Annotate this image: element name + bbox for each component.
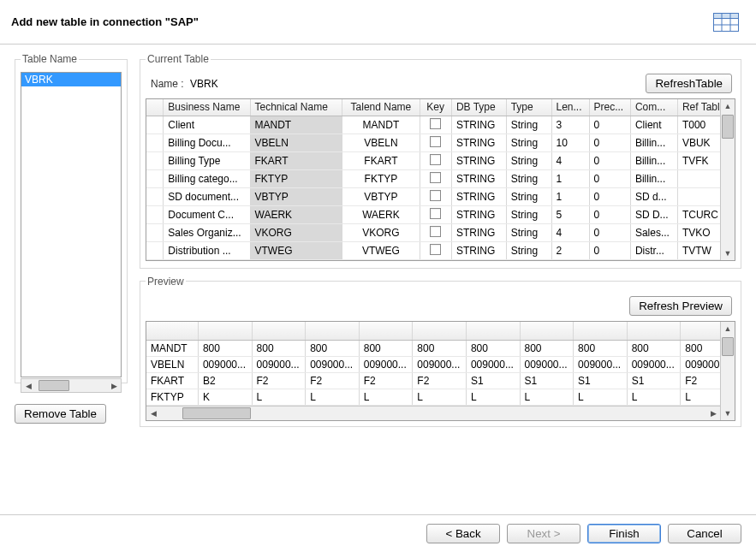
cell-length[interactable]: 3 [551,116,589,134]
table-name-item[interactable]: VBRK [21,73,121,86]
table-row[interactable]: MANDT800800800800800800800800800800 [146,341,735,357]
checkbox-icon[interactable] [430,172,441,183]
cell-comment[interactable]: SD D... [630,205,677,223]
col-precision[interactable]: Prec... [589,99,630,116]
cell-db-type[interactable]: STRING [451,151,506,169]
cell-db-type[interactable]: STRING [451,205,506,223]
cell-length[interactable]: 5 [551,205,589,223]
cell-key[interactable] [420,134,451,151]
cell-precision[interactable]: 0 [589,169,630,187]
table-row[interactable]: VBELN009000...009000...009000...009000..… [146,357,735,373]
cell-technical-name[interactable]: MANDT [250,116,342,134]
horizontal-scrollbar[interactable]: ◀ ▶ [146,406,720,420]
preview-cell[interactable]: F2 [306,373,360,389]
scroll-down-arrow[interactable]: ▼ [724,246,732,260]
vertical-scrollbar[interactable]: ▲ ▼ [720,99,735,260]
cell-talend-name[interactable]: VKORG [342,223,420,241]
table-row[interactable]: Billing catego...FKTYPFKTYPSTRINGString1… [146,169,735,187]
table-row[interactable]: FKARTB2F2F2F2F2S1S1S1S1F2 [146,373,735,389]
cell-comment[interactable]: SD d... [630,187,677,205]
scroll-down-arrow[interactable]: ▼ [724,407,732,420]
cell-comment[interactable]: Distr... [630,241,677,259]
cell-precision[interactable]: 0 [589,223,630,241]
cell-type[interactable]: String [506,116,551,134]
preview-cell[interactable]: 009000... [198,357,252,373]
col-comment[interactable]: Com... [630,99,677,116]
cell-business-name[interactable]: Billing Type [164,151,250,169]
cell-db-type[interactable]: STRING [451,169,506,187]
scroll-right-arrow[interactable]: ▶ [706,409,720,418]
preview-cell[interactable]: 009000... [413,357,467,373]
cell-db-type[interactable]: STRING [451,134,506,151]
cancel-button[interactable]: Cancel [668,524,741,543]
cell-key[interactable] [420,205,451,223]
preview-cell[interactable]: S1 [627,373,681,389]
preview-cell[interactable]: 800 [574,341,628,357]
checkbox-icon[interactable] [430,190,441,201]
cell-precision[interactable]: 0 [589,151,630,169]
col-business-name[interactable]: Business Name [164,99,250,116]
cell-db-type[interactable]: STRING [451,223,506,241]
cell-talend-name[interactable]: VBELN [342,134,420,151]
preview-cell[interactable]: L [466,389,520,406]
checkbox-icon[interactable] [430,208,441,219]
preview-grid[interactable]: MANDT800800800800800800800800800800VBELN… [146,321,735,422]
preview-cell[interactable]: B2 [198,373,252,389]
checkbox-icon[interactable] [430,226,441,237]
cell-length[interactable]: 10 [551,134,589,151]
col-key[interactable]: Key [420,99,451,116]
preview-cell[interactable]: L [306,389,360,406]
preview-cell[interactable]: 009000... [520,357,574,373]
preview-cell[interactable]: L [252,389,306,406]
finish-button[interactable]: Finish [587,524,661,543]
cell-type[interactable]: String [506,169,551,187]
cell-technical-name[interactable]: VBELN [250,134,342,151]
cell-talend-name[interactable]: VBTYP [342,187,420,205]
cell-type[interactable]: String [506,241,551,259]
cell-technical-name[interactable]: FKTYP [250,169,342,187]
cell-talend-name[interactable]: FKART [342,151,420,169]
cell-technical-name[interactable]: VKORG [250,223,342,241]
preview-cell[interactable]: L [520,389,574,406]
remove-table-button[interactable]: Remove Table [15,404,106,424]
cell-type[interactable]: String [506,205,551,223]
cell-type[interactable]: String [506,187,551,205]
cell-technical-name[interactable]: VTWEG [250,241,342,259]
cell-comment[interactable]: Sales... [630,223,677,241]
cell-talend-name[interactable]: MANDT [342,116,420,134]
col-technical-name[interactable]: Technical Name [250,99,342,116]
cell-talend-name[interactable]: WAERK [342,205,420,223]
cell-technical-name[interactable]: FKART [250,151,342,169]
preview-cell[interactable]: 800 [466,341,520,357]
preview-cell[interactable]: 009000... [306,357,360,373]
preview-cell[interactable]: F2 [359,373,413,389]
checkbox-icon[interactable] [430,136,441,147]
cell-key[interactable] [420,187,451,205]
preview-cell[interactable]: 009000... [466,357,520,373]
cell-precision[interactable]: 0 [589,187,630,205]
cell-key[interactable] [420,241,451,259]
preview-cell[interactable]: L [574,389,628,406]
cell-talend-name[interactable]: FKTYP [342,169,420,187]
preview-cell[interactable]: 800 [413,341,467,357]
checkbox-icon[interactable] [430,244,441,255]
scroll-up-arrow[interactable]: ▲ [724,99,732,113]
cell-precision[interactable]: 0 [589,116,630,134]
preview-cell[interactable]: 800 [627,341,681,357]
back-button[interactable]: < Back [426,524,500,543]
cell-length[interactable]: 4 [551,223,589,241]
preview-cell[interactable]: 800 [520,341,574,357]
refresh-table-button[interactable]: RefreshTable [646,74,732,93]
refresh-preview-button[interactable]: Refresh Preview [629,296,732,316]
preview-cell[interactable]: F2 [252,373,306,389]
preview-cell[interactable]: S1 [574,373,628,389]
preview-cell[interactable]: F2 [413,373,467,389]
scroll-thumb[interactable] [722,115,734,139]
preview-cell[interactable]: 800 [306,341,360,357]
cell-business-name[interactable]: Client [164,116,250,134]
checkbox-icon[interactable] [430,118,441,129]
vertical-scrollbar[interactable]: ▲ ▼ [720,322,735,421]
cell-business-name[interactable]: Document C... [164,205,250,223]
table-row[interactable]: ClientMANDTMANDTSTRINGString30ClientT000 [146,116,735,134]
preview-cell[interactable]: 800 [252,341,306,357]
